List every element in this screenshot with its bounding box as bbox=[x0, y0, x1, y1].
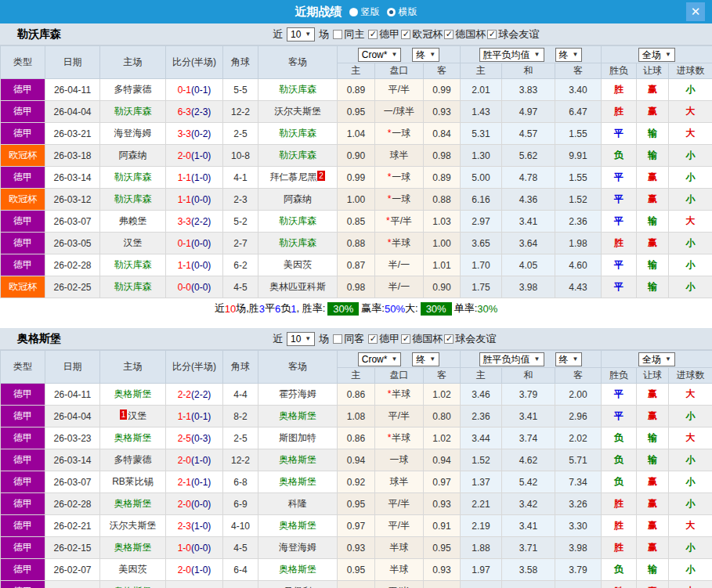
checkbox-icon[interactable] bbox=[333, 334, 342, 344]
goals-result-cell: 大 bbox=[669, 211, 712, 233]
league-cell: 德甲 bbox=[1, 427, 45, 449]
home-cell: 奥格斯堡 bbox=[100, 537, 166, 559]
summary-text: 赢率: bbox=[361, 301, 385, 316]
full-match-select[interactable]: 全场▼ bbox=[638, 352, 675, 366]
league-filter-option[interactable]: 欧冠杯 bbox=[401, 27, 443, 41]
checkbox-icon[interactable] bbox=[487, 30, 497, 39]
handicap-line: 半/一 bbox=[375, 276, 424, 298]
chevron-down-icon: ▼ bbox=[573, 49, 579, 60]
match-row: 德甲26-02-21沃尔夫斯堡2-3(1-0)4-10奥格斯堡0.97平/半0.… bbox=[1, 515, 712, 537]
avg-odds-select[interactable]: 胜平负均值▼ bbox=[479, 352, 544, 366]
asian-final-select[interactable]: 终▼ bbox=[412, 48, 439, 62]
league-filter-group: 德甲德国杯球会友谊 bbox=[368, 332, 496, 346]
checkbox-icon[interactable] bbox=[444, 30, 454, 39]
radio-icon[interactable] bbox=[387, 8, 396, 16]
handicap-line: *半球 bbox=[375, 427, 424, 449]
euro-away-odds: 3.30 bbox=[555, 515, 602, 537]
away-team-name: 奥林匹亚科斯 bbox=[269, 281, 326, 292]
league-filter-option[interactable]: 德甲 bbox=[368, 332, 399, 346]
home-team-name: 奥格斯堡 bbox=[114, 542, 152, 553]
home-team-name: 奥格斯堡 bbox=[114, 498, 152, 509]
summary-text: 单率: bbox=[454, 301, 478, 316]
away-cell: 美因茨 bbox=[258, 254, 338, 276]
corner-cell: 8-2 bbox=[223, 406, 258, 427]
euro-away-odds: 2.02 bbox=[555, 427, 602, 449]
euro-final-select[interactable]: 终▼ bbox=[555, 48, 583, 62]
home-team-name: 勒沃库森 bbox=[114, 171, 152, 182]
match-row: 德甲26-01-31奥格斯堡2-1(1-1)5-5圣保利0.83平/半1.052… bbox=[1, 581, 712, 588]
corner-cell: 2-7 bbox=[223, 233, 258, 254]
home-cell: 奥格斯堡 bbox=[100, 427, 166, 449]
away-cell: 勒沃库森 bbox=[258, 211, 338, 233]
league-filter-option[interactable]: 德国杯 bbox=[401, 332, 443, 346]
avg-odds-select[interactable]: 胜平负均值▼ bbox=[479, 48, 544, 62]
away-team-name: 拜仁慕尼黑 bbox=[269, 171, 316, 182]
league-cell: 德甲 bbox=[1, 493, 45, 515]
match-count-select[interactable]: 10▼ bbox=[287, 332, 315, 346]
asian-home-odds: 0.86 bbox=[338, 384, 375, 406]
col-euro-away: 客 bbox=[555, 63, 602, 79]
radio-icon[interactable] bbox=[349, 8, 358, 16]
same-venue-filter[interactable]: 同客 bbox=[333, 332, 364, 346]
away-cell: 斯图加特 bbox=[258, 427, 338, 449]
goals-result-cell: 小 bbox=[669, 189, 712, 211]
checkbox-icon[interactable] bbox=[368, 30, 378, 39]
asian-final-select[interactable]: 终▼ bbox=[412, 352, 439, 366]
layout-horizontal-option[interactable]: 横版 bbox=[387, 5, 417, 19]
score-cell: 2-2(2-2) bbox=[166, 384, 223, 406]
league-filter-option[interactable]: 德国杯 bbox=[444, 27, 486, 41]
halftime-score: (0-1) bbox=[191, 85, 211, 96]
corner-cell: 2-3 bbox=[223, 189, 258, 211]
home-team-name: 沃尔夫斯堡 bbox=[110, 520, 157, 531]
handicap-line: 平/半 bbox=[375, 515, 424, 537]
col-date: 日期 bbox=[45, 351, 100, 384]
match-row: 德甲26-03-14勒沃库森1-1(1-0)4-1拜仁慕尼黑20.99*一球0.… bbox=[1, 167, 712, 189]
chevron-down-icon: ▼ bbox=[391, 354, 397, 365]
away-cell: 阿森纳 bbox=[258, 189, 338, 211]
handicap-line: 平/半 bbox=[375, 406, 424, 427]
home-team-name: 多特蒙德 bbox=[114, 84, 152, 95]
league-filter-option[interactable]: 德甲 bbox=[368, 27, 399, 41]
away-cell: 奥格斯堡 bbox=[258, 471, 338, 493]
league-filter-option[interactable]: 球会友谊 bbox=[487, 27, 539, 41]
date-cell: 26-04-11 bbox=[45, 79, 100, 101]
score-cell: 2-0(1-0) bbox=[166, 449, 223, 471]
halftime-score: (2-2) bbox=[191, 216, 211, 227]
fulltime-score: 2-5 bbox=[178, 433, 191, 444]
checkbox-icon[interactable] bbox=[368, 334, 378, 344]
away-team-name: 斯图加特 bbox=[279, 432, 316, 443]
summary-text: 30% bbox=[477, 303, 497, 315]
euro-home-odds: 1.97 bbox=[461, 559, 502, 581]
euro-final-select[interactable]: 终▼ bbox=[555, 352, 583, 366]
bookmaker-select[interactable]: Crow*▼ bbox=[358, 352, 402, 366]
col-asian-away: 客 bbox=[424, 368, 461, 384]
titlebar-center-group: 近期战绩 竖版 横版 bbox=[295, 5, 417, 20]
chevron-down-icon: ▼ bbox=[665, 354, 671, 365]
result-cell: 平 bbox=[602, 211, 637, 233]
layout-vertical-option[interactable]: 竖版 bbox=[349, 5, 380, 19]
same-venue-filter[interactable]: 同主 bbox=[333, 27, 364, 41]
bookmaker-select[interactable]: Crow*▼ bbox=[358, 48, 402, 62]
score-cell: 0-1(0-0) bbox=[166, 233, 223, 254]
close-button[interactable]: ✕ bbox=[686, 2, 705, 21]
asian-odds-header: Crow*▼ 终▼ bbox=[338, 351, 461, 368]
col-goals: 进球数 bbox=[669, 368, 712, 384]
match-count-select[interactable]: 10▼ bbox=[287, 27, 315, 41]
goals-result-cell: 小 bbox=[669, 276, 712, 298]
checkbox-icon[interactable] bbox=[401, 30, 410, 39]
score-cell: 2-1(0-1) bbox=[166, 471, 223, 493]
handicap-result-cell: 赢 bbox=[637, 79, 669, 101]
euro-home-odds: 1.30 bbox=[461, 145, 502, 167]
date-cell: 26-03-07 bbox=[45, 471, 100, 493]
fulltime-score: 0-1 bbox=[178, 85, 191, 96]
league-filter-option[interactable]: 球会友谊 bbox=[444, 332, 496, 346]
checkbox-icon[interactable] bbox=[333, 30, 342, 39]
checkbox-icon[interactable] bbox=[401, 334, 410, 344]
handicap-result-cell: 输 bbox=[637, 449, 669, 471]
halftime-score: (0-0) bbox=[191, 543, 211, 554]
checkbox-icon[interactable] bbox=[444, 334, 454, 344]
home-cell: 勒沃库森 bbox=[100, 189, 166, 211]
euro-away-odds: 1.52 bbox=[555, 189, 602, 211]
full-match-select[interactable]: 全场▼ bbox=[638, 48, 675, 62]
score-cell: 3-3(2-2) bbox=[166, 211, 223, 233]
